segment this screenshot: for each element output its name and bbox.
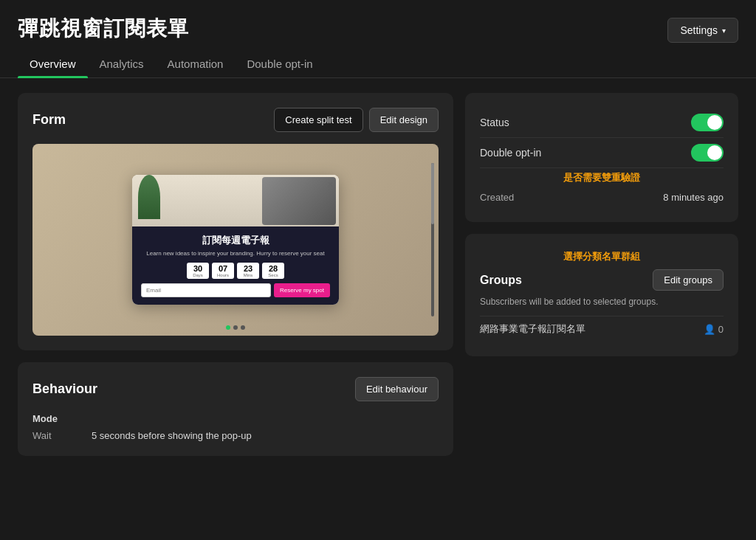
double-optin-row: Double opt-in xyxy=(480,138,724,168)
groups-title: Groups xyxy=(480,274,522,287)
tab-analytics[interactable]: Analytics xyxy=(88,50,156,77)
countdown-row: 30 Days 07 Hours 23 Mins xyxy=(141,263,330,279)
double-optin-toggle[interactable] xyxy=(691,144,724,162)
main-content: Form Create split test Edit design × xyxy=(0,78,756,471)
countdown-days: 30 Days xyxy=(187,263,209,279)
group-count: 👤 0 xyxy=(704,324,724,335)
mode-value: 5 seconds before showing the pop-up xyxy=(92,430,252,441)
groups-header: Groups Edit groups xyxy=(480,269,724,291)
mode-key: Wait xyxy=(32,430,77,441)
preview-dot-inactive-1 xyxy=(233,325,238,330)
tab-automation[interactable]: Automation xyxy=(156,50,236,77)
countdown-mins: 23 Mins xyxy=(237,263,259,279)
popup-image-area xyxy=(132,175,339,226)
preview-dot-active xyxy=(226,325,230,330)
form-preview: × 訂閱每週電子報 Learn new ideas to inspire you… xyxy=(32,144,439,336)
popup-card: × 訂閱每週電子報 Learn new ideas to inspire you… xyxy=(132,175,339,304)
groups-card: 選擇分類名單群組 Groups Edit groups Subscribers … xyxy=(465,234,738,356)
double-optin-note: 是否需要雙重驗證 xyxy=(480,168,724,187)
edit-design-button[interactable]: Edit design xyxy=(369,108,439,132)
popup-email-input[interactable] xyxy=(141,283,271,297)
created-value: 8 minutes ago xyxy=(663,192,724,203)
form-card: Form Create split test Edit design × xyxy=(18,93,453,350)
popup-body: 訂閱每週電子報 Learn new ideas to inspire your … xyxy=(132,226,339,304)
form-card-header: Form Create split test Edit design xyxy=(32,108,439,132)
edit-behaviour-button[interactable]: Edit behaviour xyxy=(355,377,439,401)
status-row: Status xyxy=(480,108,724,138)
settings-label: Settings xyxy=(680,24,718,36)
left-column: Form Create split test Edit design × xyxy=(18,93,453,456)
preview-dot-inactive-2 xyxy=(241,325,245,330)
form-card-title: Form xyxy=(32,112,66,128)
popup-cta-button[interactable]: Reserve my spot xyxy=(274,283,330,297)
mode-label: Mode xyxy=(32,413,439,424)
preview-scrollbar-thumb xyxy=(431,163,434,224)
tab-double-optin[interactable]: Double opt-in xyxy=(235,50,324,77)
behaviour-card-header: Behaviour Edit behaviour xyxy=(32,377,439,401)
created-row: Created 8 minutes ago xyxy=(480,187,724,207)
popup-email-row: Reserve my spot xyxy=(141,283,330,297)
status-label: Status xyxy=(480,117,509,128)
status-card: Status Double opt-in 是否需要雙重驗證 Created 8 … xyxy=(465,93,738,222)
popup-plant-decoration xyxy=(138,175,160,219)
preview-inner: × 訂閱每週電子報 Learn new ideas to inspire you… xyxy=(32,144,439,336)
nav-tabs: Overview Analytics Automation Double opt… xyxy=(0,50,756,78)
header: 彈跳視窗訂閱表單 Settings ▾ xyxy=(0,0,756,43)
countdown-secs: 28 Secs xyxy=(262,263,284,279)
preview-dots xyxy=(226,325,245,330)
preview-scrollbar[interactable] xyxy=(431,163,434,316)
page-title: 彈跳視窗訂閱表單 xyxy=(18,15,189,43)
group-count-value: 0 xyxy=(718,324,724,335)
right-column: Status Double opt-in 是否需要雙重驗證 Created 8 … xyxy=(465,93,738,456)
mode-section: Mode Wait 5 seconds before showing the p… xyxy=(32,413,439,441)
close-icon[interactable]: × xyxy=(328,179,333,190)
tab-overview[interactable]: Overview xyxy=(18,50,88,77)
double-optin-label: Double opt-in xyxy=(480,147,541,159)
created-label: Created xyxy=(480,192,514,203)
groups-description: Subscribers will be added to selected gr… xyxy=(480,297,724,307)
popup-subtitle: Learn new ideas to inspire your branding… xyxy=(141,250,330,257)
chevron-down-icon: ▾ xyxy=(722,27,726,35)
settings-button[interactable]: Settings ▾ xyxy=(667,18,738,43)
status-toggle[interactable] xyxy=(691,114,724,131)
behaviour-card: Behaviour Edit behaviour Mode Wait 5 sec… xyxy=(18,362,453,456)
behaviour-card-title: Behaviour xyxy=(32,381,97,397)
person-icon: 👤 xyxy=(704,324,715,335)
popup-title: 訂閱每週電子報 xyxy=(141,234,330,247)
group-item: 網路事業電子報訂閱名單 👤 0 xyxy=(480,316,724,342)
countdown-hours: 07 Hours xyxy=(212,263,234,279)
form-card-actions: Create split test Edit design xyxy=(274,108,439,132)
edit-groups-button[interactable]: Edit groups xyxy=(653,269,724,291)
group-name: 網路事業電子報訂閱名單 xyxy=(480,322,585,336)
mode-row: Wait 5 seconds before showing the pop-up xyxy=(32,430,439,441)
groups-note: 選擇分類名單群組 xyxy=(480,249,724,269)
popup-laptop-image xyxy=(262,177,336,225)
create-split-test-button[interactable]: Create split test xyxy=(274,108,362,132)
